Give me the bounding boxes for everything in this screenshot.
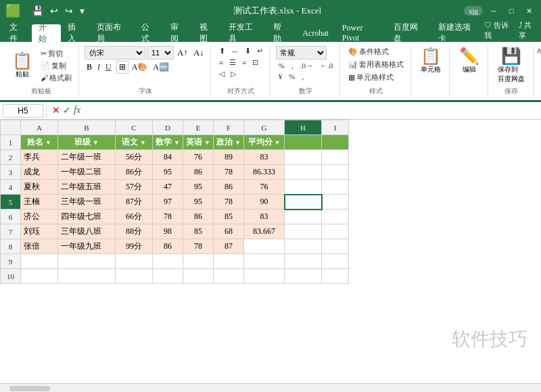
cell[interactable]: 83.667 <box>244 224 285 239</box>
align-middle-btn[interactable]: ↔ <box>229 46 241 56</box>
cell[interactable]: 三年级一班 <box>58 195 116 210</box>
cell[interactable]: 二年级五班 <box>58 180 116 195</box>
percent2-btn[interactable]: % <box>286 72 298 81</box>
fill-color-btn[interactable]: A🎨 <box>130 62 150 73</box>
cell[interactable]: 王楠 <box>21 195 58 210</box>
cell[interactable]: 85 <box>183 224 214 239</box>
cell[interactable]: 76 <box>183 150 214 165</box>
cell[interactable]: 济公 <box>21 210 58 224</box>
cell[interactable]: 90 <box>244 195 285 210</box>
paste-btn[interactable]: 📋 粘贴 <box>8 51 37 80</box>
currency-btn[interactable]: ¥ <box>276 72 285 81</box>
cancel-formula-btn[interactable]: ✕ <box>52 105 60 116</box>
tab-dev[interactable]: 开发工具 <box>222 24 266 42</box>
cell[interactable]: 成龙 <box>21 165 58 180</box>
tab-help[interactable]: 帮助 <box>266 24 296 42</box>
row-header-8[interactable]: 8 <box>1 239 21 254</box>
cell[interactable] <box>183 269 214 284</box>
cell[interactable]: 86 <box>183 165 214 180</box>
cell[interactable] <box>322 165 349 180</box>
row-header-6[interactable]: 6 <box>1 210 21 224</box>
cell[interactable] <box>244 254 285 269</box>
copy-btn[interactable]: 📄复制 <box>38 60 74 72</box>
cell[interactable] <box>285 239 322 254</box>
cell[interactable] <box>322 210 349 224</box>
cell[interactable]: 一年级二班 <box>58 165 116 180</box>
indent-increase-btn[interactable]: ▷ <box>228 69 239 79</box>
tab-insert[interactable]: 插入 <box>61 24 90 42</box>
col-header-B[interactable]: B <box>58 120 116 135</box>
bold-btn[interactable]: B <box>85 62 94 72</box>
cell[interactable] <box>214 269 244 284</box>
cell[interactable] <box>244 269 285 284</box>
cell[interactable] <box>285 150 322 165</box>
cell[interactable]: 李兵 <box>21 150 58 165</box>
align-top-btn[interactable]: ⬆ <box>216 46 228 56</box>
cell[interactable] <box>322 254 349 269</box>
cell[interactable]: 平均分 ▼ <box>244 135 285 150</box>
col-header-I[interactable]: I <box>322 120 349 135</box>
cell[interactable]: 班级 ▼ <box>58 135 116 150</box>
cell[interactable] <box>244 239 285 254</box>
cell[interactable]: 英语 ▼ <box>183 135 214 150</box>
cell[interactable] <box>322 180 349 195</box>
cell[interactable]: 86 <box>153 239 183 254</box>
cell[interactable] <box>116 254 153 269</box>
user-badge[interactable]: xjg <box>464 6 483 16</box>
col-header-E[interactable]: E <box>183 120 214 135</box>
cell[interactable] <box>285 224 322 239</box>
cell[interactable]: 张倍 <box>21 239 58 254</box>
col-header-G[interactable]: G <box>244 120 285 135</box>
table-style-btn[interactable]: 📊套用表格格式 <box>346 59 406 70</box>
percent-btn[interactable]: % <box>276 61 287 70</box>
tab-baiduwang[interactable]: 百度网盘 <box>387 24 431 42</box>
tab-review[interactable]: 审阅 <box>164 24 193 42</box>
minimize-btn[interactable]: ─ <box>487 4 500 18</box>
cell[interactable] <box>21 254 58 269</box>
cell[interactable]: 85 <box>214 210 244 224</box>
cell[interactable] <box>322 239 349 254</box>
formula-input[interactable] <box>86 105 538 117</box>
number-format-select[interactable]: 常规 <box>276 46 327 59</box>
italic-btn[interactable]: I <box>95 62 102 72</box>
cell[interactable]: 78 <box>214 165 244 180</box>
font-name-select[interactable]: 仿宋 <box>85 46 145 59</box>
tab-powerpivot[interactable]: Power Pivot <box>335 24 387 42</box>
cell[interactable]: 83 <box>244 150 285 165</box>
col-header-H[interactable]: H <box>285 120 322 135</box>
row-header-10[interactable]: 10 <box>1 269 21 284</box>
cell-btn[interactable]: 📋 单元格 <box>417 46 445 76</box>
save-baidu-btn[interactable]: 💾 保存到百度网盘 <box>494 46 529 85</box>
row-header-1[interactable]: 1 <box>1 135 21 150</box>
cell[interactable]: 98 <box>153 224 183 239</box>
cell[interactable]: 夏秋 <box>21 180 58 195</box>
cell[interactable] <box>322 150 349 165</box>
cell[interactable]: 95 <box>183 180 214 195</box>
thousand-sep-btn[interactable]: , <box>289 61 296 70</box>
cell[interactable]: 89 <box>214 150 244 165</box>
ribbon-collapse-btn[interactable]: ∧ <box>535 45 541 57</box>
cell[interactable] <box>153 254 183 269</box>
row-header-4[interactable]: 4 <box>1 180 21 195</box>
format-painter-btn[interactable]: 🖌格式刷 <box>38 72 74 84</box>
cell[interactable]: 78 <box>153 210 183 224</box>
indent-decrease-btn[interactable]: ◁ <box>216 69 227 79</box>
cell[interactable]: 数学 ▼ <box>153 135 183 150</box>
cell[interactable] <box>285 269 322 284</box>
confirm-formula-btn[interactable]: ✓ <box>63 105 71 116</box>
cell[interactable] <box>285 210 322 224</box>
cell[interactable]: 84 <box>153 150 183 165</box>
tab-file[interactable]: 文件 <box>3 24 32 42</box>
cell[interactable]: 68 <box>214 224 244 239</box>
insert-function-btn[interactable]: fx <box>74 105 80 116</box>
align-right-btn[interactable]: ≡ <box>239 57 249 68</box>
sheet-grid[interactable]: A B C D E F G H I 1姓名 ▼班级 ▼语文 ▼数学 ▼英语 ▼政… <box>0 120 541 383</box>
cell[interactable]: 99分 <box>116 239 153 254</box>
redo-quick-btn[interactable]: ↪ <box>63 5 75 18</box>
share-btn[interactable]: ⤴ 共享 <box>519 20 538 41</box>
row-header-5[interactable]: 5 <box>1 195 21 210</box>
maximize-btn[interactable]: □ <box>504 4 518 18</box>
font-color-btn[interactable]: A🔤 <box>151 62 171 73</box>
cell[interactable] <box>153 269 183 284</box>
cell[interactable] <box>322 224 349 239</box>
